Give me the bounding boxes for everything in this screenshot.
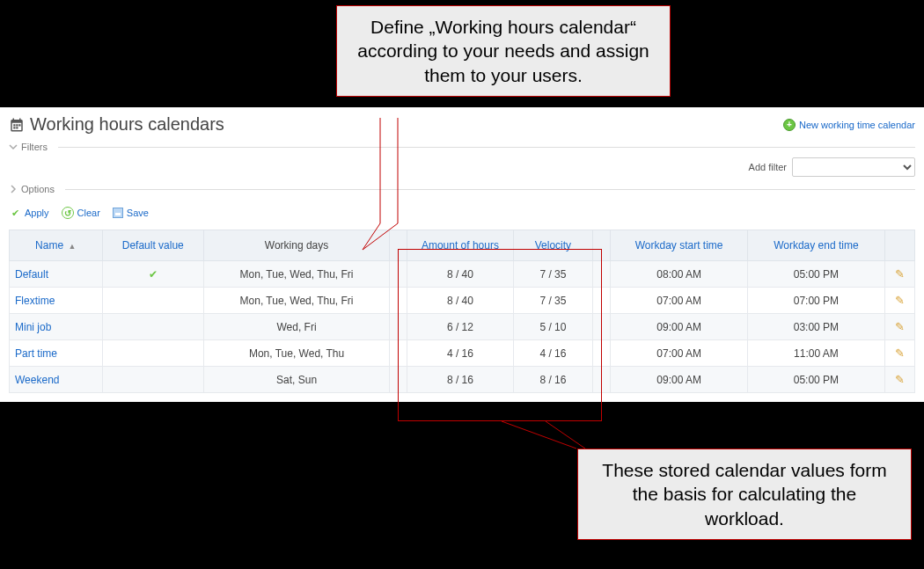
filters-section: Filters Add filter [9,142,915,177]
cell-spacer1 [390,367,407,393]
save-button[interactable]: Save [113,207,149,219]
calendar-icon [9,117,25,133]
cell-days: Mon, Tue, Wed, Thu, Fri [204,288,390,314]
cell-velocity: 7 / 35 [513,261,592,288]
apply-label: Apply [25,208,49,218]
cell-default [102,367,204,393]
cell-default [102,340,204,367]
cell-default [102,288,204,314]
table-row: Part timeMon, Tue, Wed, Thu4 / 164 / 160… [10,340,915,367]
cell-start: 09:00 AM [611,314,748,340]
cell-hours: 6 / 12 [407,314,514,340]
cell-name: Mini job [10,314,103,340]
cell-spacer1 [390,261,407,288]
cell-hours: 8 / 16 [407,367,514,393]
table-row: WeekendSat, Sun8 / 168 / 1609:00 AM05:00… [10,367,915,393]
calendar-name-link[interactable]: Part time [15,347,57,360]
edit-icon[interactable]: ✎ [895,320,905,333]
table-row: Default✔Mon, Tue, Wed, Thu, Fri8 / 407 /… [10,261,915,288]
cell-edit: ✎ [884,340,914,367]
col-hours-label: Amount of hours [422,239,499,252]
calendar-name-link[interactable]: Default [15,268,48,281]
cell-end: 07:00 PM [748,288,885,314]
edit-icon[interactable]: ✎ [895,373,905,386]
options-label: Options [21,184,55,194]
calendars-table: Name ▲ Default value Working days Amount… [9,230,915,393]
col-velocity[interactable]: Velocity [513,230,592,261]
cell-default [102,314,204,340]
cell-velocity: 8 / 16 [513,367,592,393]
options-section: Options [9,184,915,194]
col-edit [884,230,914,261]
add-filter-label: Add filter [749,162,787,172]
cell-edit: ✎ [884,367,914,393]
cell-velocity: 4 / 16 [513,340,592,367]
col-start-label: Workday start time [635,239,723,252]
cell-start: 08:00 AM [611,261,748,288]
check-icon: ✔ [149,268,158,281]
cell-days: Mon, Tue, Wed, Thu, Fri [204,261,390,288]
annotation-bottom: These stored calendar values form the ba… [577,449,912,540]
query-actions: ✔ Apply ↺ Clear Save [9,207,915,219]
apply-button[interactable]: ✔ Apply [9,207,49,219]
cell-name: Flextime [10,288,103,314]
edit-icon[interactable]: ✎ [895,267,905,281]
annotation-top-text: Define „Working hours calendar“ accordin… [357,17,649,85]
calendar-name-link[interactable]: Weekend [15,374,59,386]
cell-velocity: 5 / 10 [513,314,592,340]
cell-default: ✔ [102,261,204,288]
cell-end: 05:00 PM [748,367,885,393]
cell-spacer2 [593,261,611,288]
new-calendar-label: New working time calendar [799,120,915,130]
cell-edit: ✎ [884,314,914,340]
col-name[interactable]: Name ▲ [10,230,103,261]
reload-icon: ↺ [62,207,74,219]
cell-name: Part time [10,340,103,367]
page-title: Working hours calendars [9,114,224,135]
col-spacer1 [390,230,407,261]
calendar-name-link[interactable]: Flextime [15,295,55,307]
add-filter-select[interactable] [792,157,915,177]
col-days[interactable]: Working days [204,230,390,261]
cell-spacer1 [390,314,407,340]
clear-button[interactable]: ↺ Clear [62,207,100,219]
col-velocity-label: Velocity [535,239,571,252]
annotation-bottom-text: These stored calendar values form the ba… [602,460,886,529]
col-start[interactable]: Workday start time [611,230,748,261]
cell-name: Weekend [10,367,103,393]
add-filter-row: Add filter [9,157,915,177]
col-hours[interactable]: Amount of hours [407,230,514,261]
cell-velocity: 7 / 35 [513,288,592,314]
col-end[interactable]: Workday end time [748,230,885,261]
table-row: FlextimeMon, Tue, Wed, Thu, Fri8 / 407 /… [10,288,915,314]
edit-icon[interactable]: ✎ [895,294,905,307]
page-title-text: Working hours calendars [30,114,224,135]
cell-spacer2 [593,288,611,314]
calendar-name-link[interactable]: Mini job [15,321,51,333]
check-icon: ✔ [9,207,21,219]
sort-asc-icon: ▲ [68,242,76,251]
cell-spacer1 [390,288,407,314]
cell-spacer1 [390,340,407,367]
annotation-top: Define „Working hours calendar“ accordin… [336,5,671,97]
cell-end: 11:00 AM [748,340,885,367]
cell-end: 03:00 PM [748,314,885,340]
edit-icon[interactable]: ✎ [895,347,905,360]
cell-name: Default [10,261,103,288]
table-header-row: Name ▲ Default value Working days Amount… [10,230,915,261]
col-default-label: Default value [122,239,184,252]
cell-end: 05:00 PM [748,261,885,288]
col-default[interactable]: Default value [102,230,204,261]
cell-hours: 8 / 40 [407,261,514,288]
disk-icon [113,208,123,218]
page-header: Working hours calendars + New working ti… [9,114,915,135]
cell-edit: ✎ [884,261,914,288]
cell-start: 07:00 AM [611,288,748,314]
cell-days: Wed, Fri [204,314,390,340]
chevron-right-icon [9,185,18,193]
options-toggle[interactable]: Options [9,184,915,194]
cell-spacer2 [593,314,611,340]
new-calendar-link[interactable]: + New working time calendar [783,119,915,131]
cell-start: 07:00 AM [611,340,748,367]
filters-toggle[interactable]: Filters [9,142,915,152]
